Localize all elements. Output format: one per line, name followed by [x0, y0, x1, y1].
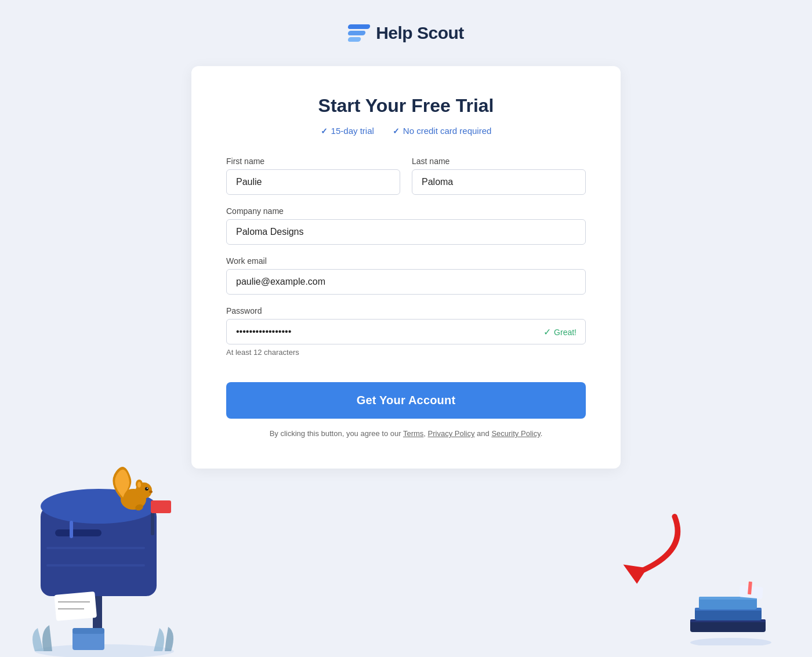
email-label: Work email — [226, 256, 586, 266]
svg-point-18 — [147, 488, 148, 489]
check-icon-trial: ✓ — [321, 126, 328, 136]
logo-icon — [348, 24, 370, 42]
password-wrapper: ✓ Great! — [226, 319, 586, 344]
svg-point-23 — [690, 638, 771, 645]
company-row: Company name — [226, 206, 586, 245]
password-label: Password — [226, 306, 586, 315]
first-name-input[interactable] — [226, 169, 400, 195]
signup-card: Start Your Free Trial ✓ 15-day trial ✓ N… — [191, 66, 621, 469]
password-row: Password ✓ Great! At least 12 characters — [226, 306, 586, 357]
perk-no-cc-label: No credit card required — [403, 126, 492, 136]
svg-point-17 — [145, 487, 148, 491]
password-hint: At least 12 characters — [226, 348, 586, 357]
logo-text: Help Scout — [376, 23, 464, 43]
svg-point-16 — [137, 482, 141, 488]
check-icon-password: ✓ — [543, 326, 551, 337]
arrow-decoration — [597, 510, 690, 587]
svg-rect-22 — [72, 628, 104, 634]
svg-rect-9 — [46, 564, 145, 567]
company-group: Company name — [226, 206, 586, 245]
signup-form: First name Last name Company name Work e… — [226, 157, 586, 440]
page-title: Start Your Free Trial — [226, 95, 586, 117]
last-name-label: Last name — [412, 157, 586, 166]
check-icon-cc: ✓ — [393, 126, 400, 136]
email-group: Work email — [226, 256, 586, 295]
security-link[interactable]: Security Policy — [491, 429, 540, 438]
company-input[interactable] — [226, 219, 586, 245]
first-name-group: First name — [226, 157, 400, 195]
name-row: First name Last name — [226, 157, 586, 195]
company-label: Company name — [226, 206, 586, 216]
books-illustration — [684, 576, 777, 645]
perk-trial-label: 15-day trial — [331, 126, 374, 136]
privacy-link[interactable]: Privacy Policy — [428, 429, 475, 438]
svg-rect-7 — [151, 500, 171, 513]
get-account-button[interactable]: Get Your Account — [226, 382, 586, 419]
password-input[interactable] — [226, 319, 586, 344]
mailbox-illustration — [23, 413, 186, 657]
svg-point-19 — [149, 491, 153, 493]
svg-rect-4 — [55, 529, 102, 536]
svg-rect-8 — [46, 547, 145, 549]
password-strength-indicator: ✓ Great! — [543, 326, 577, 337]
svg-rect-10 — [54, 591, 97, 621]
perk-no-cc: ✓ No credit card required — [393, 126, 492, 136]
first-name-label: First name — [226, 157, 400, 166]
last-name-group: Last name — [412, 157, 586, 195]
svg-rect-5 — [70, 521, 73, 538]
password-group: Password ✓ Great! At least 12 characters — [226, 306, 586, 357]
perk-trial: ✓ 15-day trial — [321, 126, 374, 136]
last-name-input[interactable] — [412, 169, 586, 195]
terms-link[interactable]: Terms — [403, 429, 423, 438]
password-strength-label: Great! — [554, 327, 577, 336]
terms-text: By clicking this button, you agree to ou… — [226, 428, 586, 440]
email-row: Work email — [226, 256, 586, 295]
perks-list: ✓ 15-day trial ✓ No credit card required — [226, 126, 586, 136]
header: Help Scout — [348, 23, 464, 43]
email-input[interactable] — [226, 269, 586, 295]
